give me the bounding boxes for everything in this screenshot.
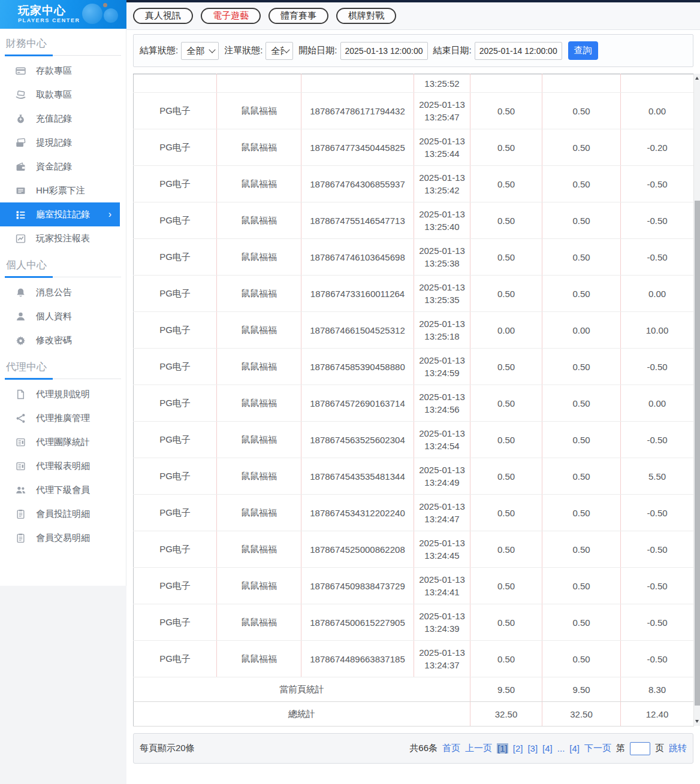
sidebar-item[interactable]: HH彩票下注 [0, 178, 126, 202]
sidebar-item-label: 取款專區 [36, 89, 72, 101]
scroll-up-button[interactable] [694, 74, 700, 82]
sidebar-item[interactable]: 存款專區 [0, 59, 126, 83]
gear-icon [16, 335, 26, 346]
table-cell: 0.50 [542, 458, 621, 495]
table-row: PG电子鼠鼠福福18786745726901637142025-01-1313:… [134, 385, 694, 422]
table-cell: 12.40 [621, 702, 694, 727]
sidebar-item-label: 玩家投注報表 [36, 233, 90, 244]
table-cell: 0.50 [542, 568, 621, 604]
table-cell: 2025-01-1313:24:39 [414, 604, 470, 641]
next-page-link[interactable]: 下一页 [584, 743, 611, 754]
jump-button[interactable]: 跳转 [669, 743, 687, 754]
table-cell: 0.50 [542, 166, 621, 202]
table-cell: 1878674661504525312 [301, 312, 414, 349]
table-cell: 0.00 [470, 312, 542, 349]
table-cell: 0.50 [470, 349, 542, 385]
room-bet-records-icon [16, 210, 26, 220]
jump-prefix-label: 第 [616, 743, 625, 754]
table-cell: 8.30 [621, 677, 694, 702]
table-cell: -0.50 [621, 239, 694, 276]
sidebar-item[interactable]: 個人資料 [0, 304, 126, 328]
page-link-current[interactable]: [1] [497, 743, 508, 753]
page-link[interactable]: [4] [569, 743, 580, 753]
table-row: PG电子鼠鼠福福18786745435354813442025-01-1313:… [134, 458, 694, 495]
prev-page-link[interactable]: 上一页 [465, 743, 492, 754]
sidebar-item[interactable]: 代理下級會員 [0, 478, 126, 502]
sidebar-item[interactable]: 資金記錄 [0, 155, 126, 178]
table-row: PG电子鼠鼠福福18786747734504458252025-01-1313:… [134, 129, 694, 166]
sidebar-item[interactable]: 玩家投注報表 [0, 226, 126, 250]
page-link[interactable]: [4] [542, 743, 553, 753]
page-link[interactable]: ... [557, 743, 565, 753]
table-cell: 鼠鼠福福 [217, 568, 301, 604]
sidebar-item[interactable]: 會員交易明細 [0, 526, 126, 550]
sidebar-item[interactable]: 代理報表明細 [0, 454, 126, 478]
table-cell: 鼠鼠福福 [217, 495, 301, 531]
game-category-tabs: 真人視訊電子遊藝體育賽事棋牌對戰 [126, 2, 700, 30]
sidebar-item-label: 會員交易明細 [36, 532, 90, 544]
gamepad-icon [81, 2, 119, 26]
sidebar-item[interactable]: 代理推廣管理 [0, 406, 126, 430]
table-cell: 0.50 [470, 641, 542, 677]
sidebar-item[interactable]: 廳室投註記錄› [0, 202, 120, 226]
table-cell: 0.50 [470, 276, 542, 312]
sidebar-item[interactable]: 取款專區 [0, 83, 126, 107]
table-cell: 0.50 [542, 531, 621, 568]
table-cell: PG电子 [134, 202, 217, 239]
tab-inactive[interactable]: 真人視訊 [133, 8, 193, 24]
deposit-card-icon [16, 66, 26, 76]
scroll-up-icon [695, 77, 699, 80]
sidebar-item-label: 代理下級會員 [36, 485, 90, 496]
table-row: PG电子鼠鼠福福18786745250008622082025-01-1313:… [134, 531, 694, 568]
scroll-down-icon [695, 720, 699, 723]
tab-inactive[interactable]: 棋牌對戰 [336, 8, 396, 24]
table-cell: 1878674572690163714 [301, 385, 414, 422]
sidebar-item-label: 廳室投註記錄 [36, 209, 90, 220]
table-cell: 2025-01-1313:25:42 [414, 166, 470, 202]
sidebar-item[interactable]: 代理規則說明 [0, 382, 126, 406]
table-cell: PG电子 [134, 166, 217, 202]
page-link[interactable]: [3] [527, 743, 538, 753]
tab-active[interactable]: 電子遊藝 [201, 8, 261, 24]
table-cell: -0.50 [621, 422, 694, 458]
scroll-down-button[interactable] [694, 718, 700, 725]
sidebar-item[interactable]: 消息公告 [0, 280, 126, 304]
table-cell: 1878674489663837185 [301, 641, 414, 677]
recharge-bag-icon [16, 114, 26, 124]
end-date-label: 結束日期: [433, 45, 472, 56]
sidebar-item[interactable]: 修改密碼 [0, 328, 126, 352]
end-date-input[interactable] [475, 42, 562, 60]
page-link[interactable]: [2] [513, 743, 523, 753]
table-cell: 鼠鼠福福 [217, 202, 301, 239]
sidebar-item[interactable]: 代理團隊統計 [0, 430, 126, 454]
table-row: PG电子鼠鼠福福18786747331600112642025-01-1313:… [134, 276, 694, 312]
vertical-scrollbar[interactable] [693, 74, 700, 726]
first-page-link[interactable]: 首页 [442, 743, 460, 754]
scrollbar-thumb[interactable] [695, 201, 700, 706]
table-cell: 2025-01-1313:24:59 [414, 349, 470, 385]
sidebar-item-label: 提現記錄 [36, 137, 72, 149]
gamepad-circle [82, 4, 102, 24]
order-status-select[interactable]: 全部 [265, 42, 293, 60]
sidebar-item-label: 個人資料 [36, 311, 72, 322]
table-cell: 2025-01-1313:24:47 [414, 495, 470, 531]
sidebar-item-label: 代理報表明細 [36, 461, 90, 472]
table-cell: 0.50 [470, 495, 542, 531]
sidebar-item[interactable]: 會員投註明細 [0, 502, 126, 526]
table-row: PG电子鼠鼠福福18786747461036456982025-01-1313:… [134, 239, 694, 276]
table-cell: 2025-01-1313:25:40 [414, 202, 470, 239]
start-date-input[interactable] [340, 42, 428, 60]
table-row-partial: 13:25:52 [134, 74, 694, 93]
table-cell: 0.50 [470, 604, 542, 641]
jump-page-input[interactable] [630, 742, 650, 755]
table-cell: PG电子 [134, 276, 217, 312]
settle-status-select[interactable]: 全部 [181, 42, 219, 60]
table-cell: 1878674543535481344 [301, 458, 414, 495]
table-row: PG电子鼠鼠福福18786745853904588802025-01-1313:… [134, 349, 694, 385]
table-cell: PG电子 [134, 495, 217, 531]
tab-inactive[interactable]: 體育賽事 [268, 8, 328, 24]
sidebar-item[interactable]: 提現記錄 [0, 131, 126, 155]
search-button[interactable]: 查詢 [568, 41, 598, 60]
sidebar-item-label: 代理規則說明 [36, 389, 90, 400]
sidebar-item[interactable]: 充值記錄 [0, 107, 126, 131]
